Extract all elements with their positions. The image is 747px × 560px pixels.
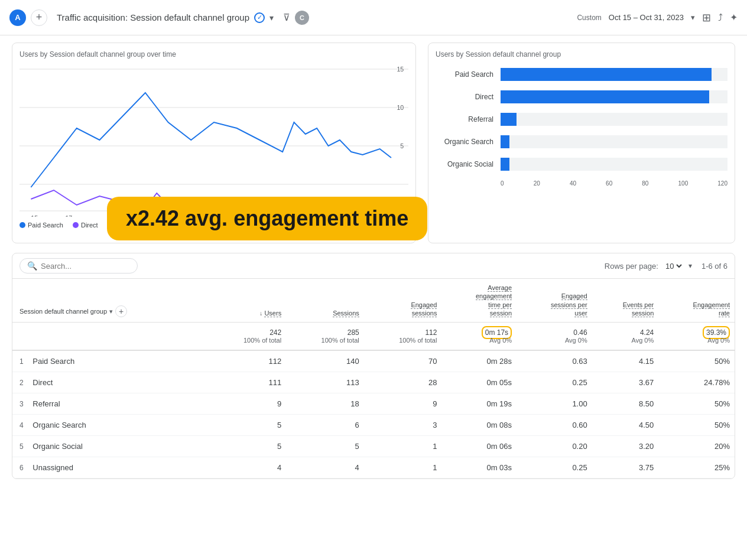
cell-sessions-0: 140 (286, 350, 364, 372)
cell-engaged-0: 70 (364, 350, 442, 372)
search-input[interactable] (41, 262, 130, 271)
bar-fill-referral (501, 113, 517, 126)
row-number-4: 5 (20, 442, 24, 451)
channel-name-3: Organic Search (33, 421, 86, 429)
cell-eng-rate-2: 50% (658, 393, 735, 415)
data-table: Session default channel group ▾ + ↓ User… (12, 279, 735, 478)
th-engaged-sessions[interactable]: Engagedsessions (364, 279, 442, 323)
cell-sessions-3: 6 (286, 415, 364, 436)
cell-users-4: 5 (209, 436, 287, 457)
rows-per-page-control: Rows per page: 10 25 50 ▾ (605, 261, 692, 271)
bar-label-organic-search: Organic Search (436, 138, 501, 146)
table-row: 4 Organic Search 5 6 3 0m 08s 0.60 4.50 … (12, 415, 735, 436)
cell-engaged-1: 28 (364, 372, 442, 393)
th-engaged-per-user[interactable]: Engagedsessions peruser (517, 279, 592, 323)
channel-name-4: Organic Social (33, 442, 83, 451)
cell-sessions-5: 4 (286, 457, 364, 478)
th-channel-dropdown[interactable]: ▾ (109, 307, 113, 315)
cell-eng-rate-5: 25% (658, 457, 735, 478)
bar-x-axis: 0 20 40 60 80 100 120 (436, 180, 727, 187)
bar-row-referral: Referral (436, 113, 727, 126)
dropdown-icon[interactable]: ▾ (269, 13, 274, 22)
cell-users-3: 5 (209, 415, 287, 436)
cell-events-4: 3.20 (592, 436, 659, 457)
compare-icon[interactable]: ⊞ (702, 11, 711, 24)
th-sessions-label: Sessions (333, 310, 359, 317)
bar-row-organic-social: Organic Social (436, 158, 727, 171)
page-title: Traffic acquisition: Session default cha… (57, 11, 577, 25)
bar-row-organic-search: Organic Search (436, 135, 727, 148)
legend-dot-paid-search (20, 222, 25, 228)
th-events-per-session-label: Events persession (623, 301, 654, 317)
add-button[interactable]: + (31, 9, 47, 26)
totals-events-per-session-cell: 4.24 Avg 0% (592, 323, 659, 351)
cell-engaged-4: 1 (364, 436, 442, 457)
search-box[interactable]: 🔍 (20, 258, 138, 274)
table-row: 5 Organic Social 5 5 1 0m 06s 0.20 3.20 … (12, 436, 735, 457)
table-section: 🔍 Rows per page: 10 25 50 ▾ 1-6 of 6 (12, 253, 735, 479)
channel-name-1: Direct (33, 378, 53, 387)
th-avg-engagement-label: Averageengagementtime persession (476, 284, 512, 317)
th-engagement-rate[interactable]: Engagementrate (658, 279, 735, 323)
bar-track-organic-search (501, 135, 727, 148)
totals-row: 242 100% of total 285 100% of total 112 … (12, 323, 735, 351)
cell-channel-4: 5 Organic Social (12, 436, 209, 457)
cell-eng-per-user-2: 1.00 (517, 393, 592, 415)
bar-fill-direct (501, 90, 709, 103)
bar-track-organic-social (501, 158, 727, 171)
th-avg-engagement[interactable]: Averageengagementtime persession (441, 279, 517, 323)
cell-avg-eng-2: 0m 19s (441, 393, 517, 415)
th-engaged-per-user-label: Engagedsessions peruser (551, 292, 587, 317)
cell-eng-per-user-5: 0.25 (517, 457, 592, 478)
cell-avg-eng-5: 0m 03s (441, 457, 517, 478)
table-toolbar-right: Rows per page: 10 25 50 ▾ 1-6 of 6 (605, 261, 727, 271)
bar-track-paid-search (501, 68, 727, 81)
channel-name-0: Paid Search (33, 357, 74, 366)
cell-users-5: 4 (209, 457, 287, 478)
cell-users-2: 9 (209, 393, 287, 415)
rows-per-page-label: Rows per page: (605, 262, 658, 271)
cell-engaged-3: 3 (364, 415, 442, 436)
insights-icon[interactable]: ✦ (730, 12, 738, 23)
add-column-button[interactable]: + (115, 305, 127, 317)
bar-track-referral (501, 113, 727, 126)
th-events-per-session[interactable]: Events persession (592, 279, 659, 323)
th-users-label: Users (264, 310, 281, 317)
th-users[interactable]: ↓ Users (209, 279, 287, 323)
cell-eng-per-user-4: 0.20 (517, 436, 592, 457)
totals-engagement-rate-cell: 39.3% Avg 0% (658, 323, 735, 351)
pagination-info: 1-6 of 6 (701, 262, 727, 271)
line-chart-svg-element: 15 10 5 0 15 Oct 17 (20, 63, 408, 217)
rows-per-page-select[interactable]: 10 25 50 (663, 261, 684, 271)
svg-text:15: 15 (397, 66, 404, 73)
th-sessions[interactable]: Sessions (286, 279, 364, 323)
cell-events-3: 4.50 (592, 415, 659, 436)
cell-channel-1: 2 Direct (12, 372, 209, 393)
bar-row-paid-search: Paid Search (436, 68, 727, 81)
cell-users-0: 112 (209, 350, 287, 372)
overlay-text: x2.42 avg. engagement time (126, 206, 408, 230)
legend-paid-search: Paid Search (20, 222, 63, 229)
cell-eng-rate-0: 50% (658, 350, 735, 372)
cell-channel-0: 1 Paid Search (12, 350, 209, 372)
row-number-5: 6 (20, 464, 24, 472)
bar-fill-paid-search (501, 68, 712, 81)
content-area: Users by Session default channel group o… (0, 35, 747, 486)
row-number-3: 4 (20, 421, 24, 429)
cell-eng-per-user-1: 0.25 (517, 372, 592, 393)
top-bar: A + Traffic acquisition: Session default… (0, 0, 747, 35)
th-channel-label: Session default channel group (20, 307, 107, 315)
th-channel[interactable]: Session default channel group ▾ + (12, 279, 209, 323)
title-text: Traffic acquisition: Session default cha… (57, 12, 249, 22)
row-number-0: 1 (20, 357, 24, 366)
channel-name-5: Unassigned (33, 463, 73, 472)
row-number-1: 2 (20, 379, 24, 387)
totals-engaged-per-user-cell: 0.46 Avg 0% (517, 323, 592, 351)
bar-chart-container: Users by Session default channel group P… (428, 43, 735, 243)
totals-channel-cell (12, 323, 209, 351)
table-row: 2 Direct 111 113 28 0m 05s 0.25 3.67 24.… (12, 372, 735, 393)
date-dropdown-icon[interactable]: ▾ (691, 13, 695, 22)
cell-events-1: 3.67 (592, 372, 659, 393)
share-icon[interactable]: ⤴ (718, 12, 723, 23)
bar-label-organic-social: Organic Social (436, 160, 501, 168)
